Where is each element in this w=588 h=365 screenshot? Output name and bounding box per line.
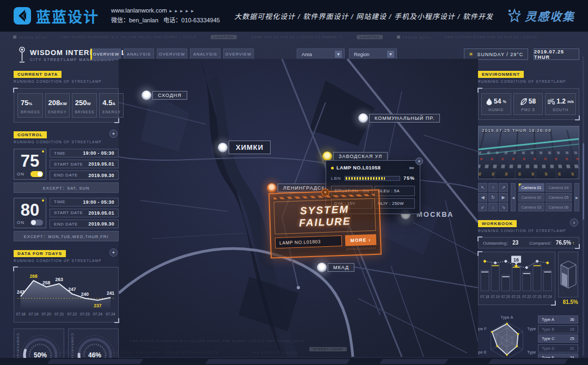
right-scrollbar[interactable]	[583, 56, 584, 356]
type-row-a[interactable]: Type A36	[538, 315, 578, 324]
on-label: ON	[17, 220, 24, 225]
website-link[interactable]: www.lanlanwork.com	[111, 7, 167, 14]
scrollbar-thumb[interactable]	[583, 143, 584, 220]
time-row[interactable]: TIME19:00 - 05:30	[50, 149, 119, 157]
schedule-toggle[interactable]	[30, 171, 43, 177]
weather-widget: ☀ SUNNDAY / 29°C	[464, 48, 528, 60]
environment-badge: ENVIRONMENT	[478, 71, 524, 78]
svg-text:240: 240	[81, 291, 89, 297]
current-data-panel: CURRENT DATA RUNNING CONDITION OF STREET…	[14, 68, 119, 123]
svg-text:07.24: 07.24	[93, 312, 103, 316]
site-header: 蓝蓝设计 www.lanlanwork.com ►►►►► 微信：ben_lan…	[0, 0, 588, 32]
workbook-summary: Outstanding：23 Compared：76.5%↑	[478, 237, 579, 248]
type-radar-chart: Type AType BType CType DType EType F	[478, 311, 536, 365]
logo-text: 蓝蓝设计	[36, 5, 99, 27]
camera-panel: 2019.07.25 THUR 18:26:09 ↖ ↑ ↗ ◀ ↻ ▶ ↙ ↓…	[478, 126, 579, 211]
camera-list-prev-button[interactable]: ◀	[511, 183, 516, 211]
pan-down-button[interactable]: ↓	[488, 203, 498, 211]
tab-overview-1[interactable]: OVERVIEW	[90, 48, 121, 60]
seven-days-line-chart: 24307.1826807.1925807.2026307.2124707.22…	[15, 269, 116, 319]
start-date-row[interactable]: START DATE2019.05.01	[50, 209, 119, 217]
camera-03-button[interactable]: Camera 03	[518, 203, 544, 211]
wind-card: 1.2m/s SOUTH	[545, 93, 576, 115]
camera-06-button[interactable]: Camera 06	[546, 203, 572, 211]
area-select[interactable]: Area ▾	[297, 48, 345, 60]
expand-chart-button[interactable]: +	[109, 248, 118, 257]
end-date-row[interactable]: END DATE2019.09.30	[50, 220, 119, 228]
system-failure-popup: × SYSTEM FAILURE LAMP NO.L01803 MORE › /…	[268, 189, 382, 258]
type-row-c[interactable]: Type C25	[538, 334, 578, 343]
map-decor-text: TWO ROADS DIVERGED IN A YELLOW WOOD, AND…	[130, 339, 305, 343]
chevron-right-icon: ›	[369, 237, 371, 242]
logo[interactable]: 蓝蓝设计	[13, 5, 99, 27]
svg-text:Type F: Type F	[478, 326, 487, 331]
lamp-pin-icon	[142, 90, 151, 100]
camera-02-button[interactable]: Camera 02	[518, 193, 544, 202]
map-pin-kommunalny[interactable]: КОММУНАЛЬНЫЙ ПР.	[358, 113, 440, 123]
pan-up-button[interactable]: ↑	[488, 183, 498, 192]
outstanding-value: 23	[512, 240, 518, 246]
svg-text:241: 241	[107, 291, 114, 296]
map-pin-khimki[interactable]: ХИМКИ	[218, 141, 271, 154]
pan-up-left-button[interactable]: ↖	[478, 183, 487, 192]
camera-04-button[interactable]: Camera 04	[546, 183, 572, 192]
type-list: Type A36 Type B28 Type C25 Type D31 Type…	[538, 311, 578, 365]
collect-brand[interactable]: 灵感收集	[507, 8, 575, 24]
pan-left-button[interactable]: ◀	[478, 193, 487, 202]
right-panel-column: ENVIRONMENT RUNNING CONDITION OF STREETL…	[478, 68, 579, 365]
bottom-decor-text: TWO ROADS DIVERGED IN A YELLOW WOOD, AND…	[44, 351, 298, 354]
pan-up-right-button[interactable]: ↗	[499, 183, 508, 192]
streetlamp-icon	[19, 47, 26, 63]
workbook-badge: WORKBOOK	[478, 220, 517, 227]
brightness-bar[interactable]	[345, 176, 400, 181]
more-button[interactable]: MORE ›	[345, 234, 376, 246]
line-chart-frame: 24307.1826807.1925807.2026307.2124707.22…	[14, 267, 119, 323]
city-map[interactable]: СХОДНЯ КОММУНАЛЬНЫЙ ПР. ХИМКИ ЗАВОДСКАЯ …	[119, 59, 478, 357]
map-pin-skhodnya[interactable]: СХОДНЯ	[142, 90, 187, 100]
camera-feed[interactable]: 2019.07.25 THUR 18:26:09	[478, 126, 579, 179]
schedule-block-2: 80 ON TIME19:00 - 05:30 START DATE2019.0…	[14, 198, 119, 229]
time-row[interactable]: TIME19:00 - 05:30	[50, 198, 119, 206]
camera-list-next-button[interactable]: ▶	[574, 183, 579, 211]
tab-analysis-1[interactable]: ANALYSIS	[124, 48, 154, 60]
svg-text:07.19: 07.19	[491, 295, 500, 299]
end-date-row[interactable]: END DATE2019.09.30	[50, 171, 119, 179]
camera-01-button[interactable]: Camera 01	[518, 183, 544, 192]
type-analysis-panel: Type AType BType CType DType EType F Typ…	[478, 311, 579, 365]
pan-right-button[interactable]: ▶	[499, 193, 508, 202]
lamp-pin-icon	[218, 143, 228, 153]
tab-analysis-2[interactable]: ANALYSIS	[190, 48, 220, 60]
failure-title-box: SYSTEM FAILURE	[274, 198, 376, 234]
sun-icon: ☀	[469, 51, 474, 57]
lamp-popup-header: LAMP NO.L01058 ≔	[331, 165, 415, 171]
lanlan-logo-icon	[13, 7, 32, 25]
add-schedule-button[interactable]: +	[109, 130, 118, 138]
up-arrow-icon: ↑	[572, 241, 574, 246]
close-icon[interactable]: ×	[415, 157, 423, 165]
workbook-chart-frame: 07.1807.1907.2007.2107.2207.2307.2416	[478, 252, 555, 305]
schedule-toggle[interactable]	[30, 220, 43, 226]
region-select[interactable]: Region ▾	[349, 48, 397, 60]
control-panel: CONTROL RUNNING CONDITION OF STREETLAMP …	[14, 129, 119, 241]
workbook-more-button[interactable]: ›	[570, 218, 578, 227]
lamp-pin-icon	[358, 113, 368, 123]
svg-text:07.23: 07.23	[532, 295, 542, 299]
type-row-d[interactable]: Type D31	[538, 344, 578, 352]
services-text: 大数据可视化设计 / 软件界面设计 / 网站建设 / 手机及小程序设计 / 软件…	[229, 11, 499, 21]
sliders-icon[interactable]: ≔	[409, 165, 415, 171]
pin-label: ЗАВОДСКАЯ УЛ	[333, 152, 388, 161]
tab-overview-3[interactable]: OVERVIEW	[223, 48, 254, 60]
traffic-art	[478, 130, 579, 179]
reset-view-button[interactable]: ↻	[488, 193, 498, 202]
brightness-level-box: 75 ON	[14, 149, 46, 180]
camera-05-button[interactable]: Camera 05	[546, 193, 572, 202]
pan-down-right-button[interactable]: ↘	[499, 203, 508, 211]
svg-text:16: 16	[513, 257, 519, 263]
start-date-row[interactable]: START DATE2019.05.01	[50, 160, 119, 168]
lbn-row: LBN 75%	[331, 175, 415, 181]
pan-down-left-button[interactable]: ↙	[478, 203, 487, 211]
map-pin-mkad[interactable]: МКАД	[317, 263, 354, 272]
tab-overview-2[interactable]: OVERVIEW	[157, 48, 187, 60]
type-row-b[interactable]: Type B28	[538, 325, 578, 333]
chevron-down-icon: ▾	[387, 51, 394, 58]
